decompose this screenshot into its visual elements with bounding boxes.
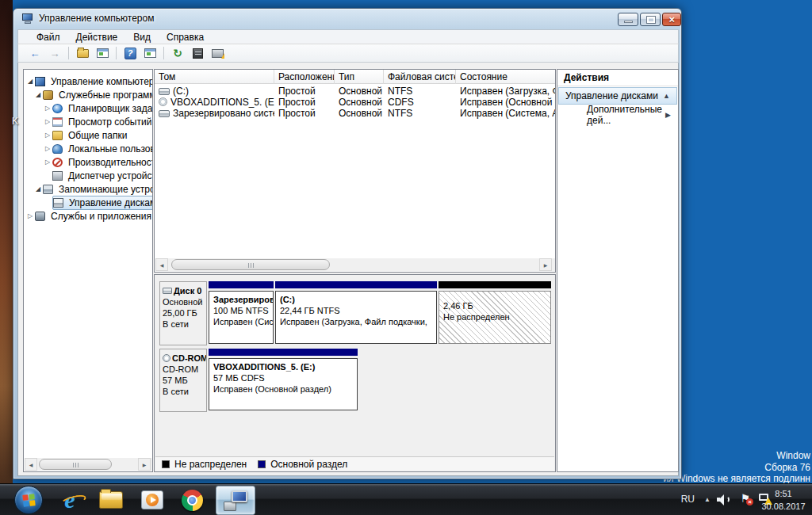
taskbar-media-player[interactable] — [135, 486, 170, 513]
windows-build-watermark: Сборка 76 — [764, 462, 810, 473]
actions-more-actions[interactable]: Дополнительные дей... ▶ — [558, 106, 677, 124]
expand-icon[interactable]: ▷ — [43, 118, 52, 125]
partition-box: VBOXADDITIONS_5. (E:) 57 МБ CDFS Исправе… — [209, 358, 358, 410]
sidebar-item-system-tools[interactable]: ◢Служебные программы — [24, 88, 153, 101]
expand-icon[interactable]: ◢ — [33, 185, 43, 193]
back-icon[interactable]: ← — [26, 45, 44, 61]
close-icon: × — [663, 13, 680, 26]
event-log-icon — [52, 117, 63, 127]
menu-view[interactable]: Вид — [126, 30, 158, 44]
menu-file[interactable]: Файл — [29, 30, 67, 44]
disk-0-label[interactable]: Диск 0 Основной 25,00 ГБ В сети — [159, 281, 207, 345]
expand-icon[interactable]: ▷ — [43, 158, 52, 166]
legend-unallocated-label: Не распределен — [174, 459, 247, 470]
show-hidden-icons-icon[interactable]: ▲ — [704, 496, 710, 503]
table-row[interactable]: (C:) Простой Основной NTFS Исправен (Заг… — [155, 86, 555, 97]
sidebar-item-storage[interactable]: ◢Запоминающие устройст — [24, 182, 153, 196]
close-button[interactable]: × — [662, 13, 681, 26]
expand-icon[interactable]: ▷ — [43, 145, 52, 152]
scroll-right-icon[interactable]: ▶ — [138, 458, 151, 471]
toolbar-separator — [116, 47, 117, 59]
clock[interactable]: 8:51 30.08.2017 — [758, 487, 809, 513]
expand-icon[interactable]: ◢ — [25, 78, 35, 85]
partition-c-drive[interactable]: (C:) 22,44 ГБ NTFS Исправен (Загрузка, Ф… — [275, 281, 437, 345]
volume-list-horizontal-scrollbar[interactable]: ◀ ▶ — [155, 258, 555, 271]
menu-action[interactable]: Действие — [69, 30, 125, 44]
partition-vboxadditions[interactable]: VBOXADDITIONS_5. (E:) 57 МБ CDFS Исправе… — [209, 349, 358, 412]
chevron-right-icon[interactable]: ▶ — [665, 111, 671, 119]
expand-icon[interactable]: ▷ — [43, 105, 52, 112]
taskbar-windows-explorer[interactable] — [94, 486, 128, 513]
volume-list-header: Том Расположение Тип Файловая система Со… — [155, 70, 555, 84]
sidebar-item-local-users[interactable]: ▷Локальные пользовате — [24, 142, 153, 155]
column-header-volume[interactable]: Том — [155, 70, 274, 84]
sidebar-item-shared-folders[interactable]: ▷Общие папки — [24, 128, 129, 142]
show-console-tree-icon[interactable] — [141, 45, 159, 61]
language-indicator[interactable]: RU — [681, 494, 695, 505]
collapse-icon[interactable]: ▲ — [663, 92, 670, 100]
expand-icon[interactable]: ▷ — [25, 212, 35, 219]
partition-unallocated[interactable]: 2,46 ГБ Не распределен — [439, 281, 551, 345]
legend-unallocated-swatch — [162, 460, 170, 468]
sidebar-item-task-scheduler[interactable]: ▷Планировщик заданий — [24, 101, 153, 115]
sidebar-item-performance[interactable]: ▷Производительность — [24, 155, 153, 169]
sidebar-item-event-viewer[interactable]: ▷Просмотр событий — [24, 115, 153, 128]
partition-box: 2,46 ГБ Не распределен — [439, 291, 551, 344]
folder-icon — [52, 131, 63, 140]
desktop-icon-label[interactable]: K — [12, 116, 18, 127]
scrollbar-thumb[interactable] — [39, 459, 112, 470]
menu-help[interactable]: Справка — [159, 30, 211, 44]
windows-edition-watermark: Window — [776, 450, 810, 461]
expand-icon[interactable]: ▷ — [43, 132, 52, 139]
column-header-filesystem[interactable]: Файловая система — [384, 70, 456, 84]
minimize-button[interactable] — [618, 13, 638, 26]
help-icon[interactable]: ? — [121, 45, 139, 61]
table-row[interactable]: VBOXADDITIONS_5. (E:) Простой Основной C… — [155, 97, 555, 108]
storage-icon — [43, 185, 53, 194]
device-manager-icon — [52, 171, 63, 181]
chrome-icon — [182, 490, 203, 511]
scroll-right-icon[interactable]: ▶ — [539, 258, 552, 271]
column-header-type[interactable]: Тип — [335, 70, 384, 84]
properties-icon[interactable] — [189, 45, 206, 61]
disk-icon — [163, 288, 172, 294]
console-window-icon[interactable] — [94, 45, 111, 61]
partition-system-reserved[interactable]: Зарезервиров 100 МБ NTFS Исправен (Сис — [209, 281, 274, 345]
actions-group-disk-management[interactable]: Управление дисками ▲ — [558, 87, 677, 105]
sidebar-item-services[interactable]: ▷Службы и приложения — [24, 209, 153, 223]
maximize-button[interactable] — [640, 13, 661, 26]
toolbar-separator — [163, 47, 164, 59]
sidebar-item-computer-management[interactable]: ◢Управление компьютером (л — [24, 74, 153, 88]
console-tree-pane: ◢Управление компьютером (л ◢Служебные пр… — [23, 69, 153, 472]
partition-type-bar — [439, 281, 551, 288]
scrollbar-thumb[interactable] — [171, 259, 330, 270]
sidebar-item-device-manager[interactable]: Диспетчер устройств — [24, 169, 153, 182]
disk-manager-icon[interactable] — [209, 45, 226, 61]
refresh-icon[interactable]: ↻ — [169, 45, 186, 61]
partition-type-bar — [209, 281, 274, 288]
tree-horizontal-scrollbar[interactable]: ◀ ▶ — [25, 458, 152, 471]
legend-bar: Не распределен Основной раздел — [155, 456, 554, 471]
expand-icon[interactable]: ◢ — [33, 91, 43, 98]
export-list-icon[interactable] — [74, 45, 91, 61]
sidebar-item-disk-management[interactable]: Управление дисками — [24, 196, 153, 209]
forward-icon[interactable]: → — [46, 45, 63, 61]
title-bar[interactable]: Управление компьютером × — [13, 9, 681, 29]
scroll-left-icon[interactable]: ◀ — [25, 458, 37, 471]
taskbar-chrome[interactable] — [174, 486, 209, 513]
taskbar-computer-management-active[interactable] — [216, 486, 255, 515]
scroll-left-icon[interactable]: ◀ — [155, 258, 168, 271]
disk-0-row: Диск 0 Основной 25,00 ГБ В сети Зарезерв… — [159, 281, 551, 345]
windows-genuine-watermark: ия Windows не является подлинн — [663, 473, 810, 484]
start-button[interactable] — [14, 486, 43, 514]
table-row[interactable]: Зарезервировано системой Простой Основно… — [155, 108, 555, 119]
column-header-status[interactable]: Состояние — [456, 70, 555, 84]
cdrom-0-label[interactable]: CD-ROM 0 CD-ROM 57 МБ В сети — [159, 349, 207, 412]
action-center-icon[interactable]: ⚑× — [740, 492, 750, 505]
tray-time: 8:51 — [758, 487, 809, 500]
volume-icon[interactable] — [717, 494, 730, 505]
taskbar-internet-explorer[interactable]: e — [52, 486, 87, 513]
legend-primary-label: Основной раздел — [270, 459, 347, 470]
column-header-layout[interactable]: Расположение — [274, 70, 335, 84]
media-player-icon — [141, 490, 163, 509]
